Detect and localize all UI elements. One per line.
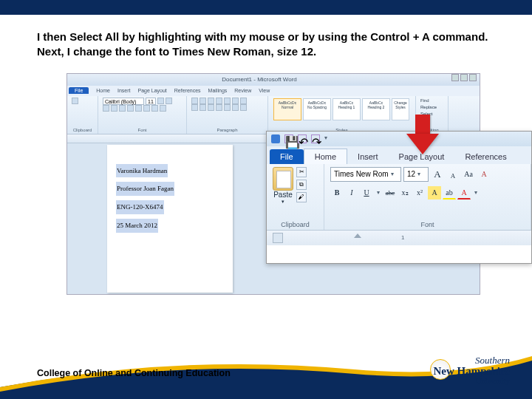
bold-button[interactable]: B xyxy=(330,186,344,200)
font-name-select-bg[interactable]: Calibri (Body) xyxy=(103,98,144,105)
showmarks-icon[interactable] xyxy=(240,98,247,104)
ov-tab-home[interactable]: Home xyxy=(304,149,347,164)
font-size-select[interactable]: 12 ▾ xyxy=(403,167,429,182)
tab-selector-icon[interactable] xyxy=(273,233,283,243)
window-title: Document1 - Microsoft Word xyxy=(222,76,297,83)
logo-line1: Southern xyxy=(434,355,510,366)
maximize-button[interactable] xyxy=(460,74,468,81)
font-color-button[interactable]: A xyxy=(457,186,471,200)
screenshot-composite: Document1 - Microsoft Word File Home Ins… xyxy=(66,73,480,295)
change-case-button[interactable]: Aa xyxy=(462,168,475,181)
doc-line-2: Professor Joan Fagan xyxy=(116,182,174,196)
strike-icon[interactable] xyxy=(127,105,134,112)
sort-icon[interactable] xyxy=(232,98,239,104)
dedent-icon[interactable] xyxy=(216,98,222,104)
align-right-icon[interactable] xyxy=(208,104,214,111)
ribbon-tabs-overlay: File Home Insert Page Layout References xyxy=(267,146,531,164)
tab-mailings[interactable]: Mailings xyxy=(208,88,228,93)
highlight-icon[interactable] xyxy=(151,105,158,112)
slide-content: I then Select All by highlighting with m… xyxy=(0,15,532,295)
tab-review[interactable]: Review xyxy=(234,88,251,93)
ruler-mark-1: 1 xyxy=(401,234,404,241)
italic-icon[interactable] xyxy=(111,105,117,112)
quick-access-toolbar: 💾 ↶ ↷ ▾ xyxy=(267,132,531,146)
ribbon-tabs-bg: File Home Insert Page Layout References … xyxy=(67,86,480,96)
style-normal[interactable]: AaBbCcDcNormal xyxy=(273,98,301,120)
bullets-icon[interactable] xyxy=(191,98,198,104)
undo-icon[interactable]: ↶ xyxy=(298,134,307,143)
qat-dropdown-icon[interactable]: ▾ xyxy=(324,134,333,143)
shrink-font-icon[interactable] xyxy=(166,98,172,104)
group-label-paragraph: Paragraph xyxy=(191,128,263,132)
underline-dropdown-icon[interactable]: ▾ xyxy=(375,189,382,196)
university-logo: Southern New Hampshire University xyxy=(434,355,510,386)
group-label-clipboard: Clipboard xyxy=(72,128,93,132)
indent-marker-icon[interactable] xyxy=(354,233,361,238)
borders-icon[interactable] xyxy=(240,104,247,111)
font-size-select-bg[interactable]: 11 xyxy=(146,98,156,105)
tab-home[interactable]: Home xyxy=(96,88,110,93)
sup-icon[interactable] xyxy=(143,105,150,112)
instruction-text: I then Select All by highlighting with m… xyxy=(37,30,495,60)
minimize-button[interactable] xyxy=(451,74,459,81)
indent-icon[interactable] xyxy=(224,98,231,104)
tab-file[interactable]: File xyxy=(69,87,89,94)
style-heading2[interactable]: AaBbCcHeading 2 xyxy=(362,98,390,120)
tab-view[interactable]: View xyxy=(259,88,270,93)
doc-line-3: ENG-120-X6474 xyxy=(116,200,164,214)
paste-button[interactable]: Paste ▾ xyxy=(273,167,293,219)
paste-icon[interactable] xyxy=(72,98,78,104)
word-app-icon xyxy=(271,134,280,143)
cut-icon[interactable]: ✂ xyxy=(296,167,307,177)
document-page: Varonika Hardman Professor Joan Fagan EN… xyxy=(107,145,233,293)
red-arrow-annotation xyxy=(406,115,439,157)
ov-tab-references[interactable]: References xyxy=(454,149,516,164)
bold-icon[interactable] xyxy=(103,105,109,112)
close-button[interactable] xyxy=(469,74,477,81)
text-effects-button[interactable]: A xyxy=(428,186,441,200)
tab-pagelayout[interactable]: Page Layout xyxy=(137,88,166,93)
style-nospacing[interactable]: AaBbCcDcNo Spacing xyxy=(303,98,331,120)
underline-button[interactable]: U xyxy=(360,186,373,200)
clear-formatting-button[interactable]: A xyxy=(477,168,491,181)
multilevel-icon[interactable] xyxy=(208,98,214,104)
font-name-select[interactable]: Times New Rom ▾ xyxy=(330,167,401,182)
copy-icon[interactable]: ⧉ xyxy=(296,180,307,190)
strikethrough-button[interactable]: abc xyxy=(383,186,397,200)
tab-insert[interactable]: Insert xyxy=(117,88,131,93)
chevron-down-icon: ▾ xyxy=(389,171,396,177)
justify-icon[interactable] xyxy=(216,104,222,111)
grow-font-button[interactable]: A xyxy=(431,168,444,181)
shading-icon[interactable] xyxy=(232,104,239,111)
ov-tab-file[interactable]: File xyxy=(270,149,304,164)
paste-label: Paste xyxy=(273,191,293,199)
align-left-icon[interactable] xyxy=(191,104,198,111)
fontcolor-dropdown-icon[interactable]: ▾ xyxy=(472,189,480,196)
highlight-button[interactable]: ab xyxy=(443,186,456,200)
redo-icon[interactable]: ↷ xyxy=(311,134,320,143)
ov-tab-insert[interactable]: Insert xyxy=(347,149,389,164)
linespacing-icon[interactable] xyxy=(224,104,231,111)
ribbon-zoom-overlay: 💾 ↶ ↷ ▾ File Home Insert Page Layout Ref… xyxy=(266,131,532,264)
underline-icon[interactable] xyxy=(119,105,126,112)
numbering-icon[interactable] xyxy=(200,98,206,104)
save-icon[interactable]: 💾 xyxy=(284,134,293,143)
style-heading1[interactable]: AaBbCcHeading 1 xyxy=(332,98,361,120)
ov-group-font: Times New Rom ▾ 12 ▾ A A Aa A xyxy=(324,164,531,230)
align-center-icon[interactable] xyxy=(200,104,206,111)
fontcolor-icon[interactable] xyxy=(160,105,166,112)
grow-font-icon[interactable] xyxy=(157,98,164,104)
ov-group-label-font: Font xyxy=(330,219,525,228)
replace-button[interactable]: Replace xyxy=(420,104,443,111)
find-button[interactable]: Find xyxy=(420,98,443,104)
tab-references[interactable]: References xyxy=(174,88,201,93)
shrink-font-button[interactable]: A xyxy=(446,169,460,183)
subscript-button[interactable]: x₂ xyxy=(398,186,412,200)
sub-icon[interactable] xyxy=(135,105,142,112)
paste-dropdown-icon[interactable]: ▾ xyxy=(282,199,284,205)
doc-line-1: Varonika Hardman xyxy=(116,164,168,178)
superscript-button[interactable]: x² xyxy=(413,186,426,200)
italic-button[interactable]: I xyxy=(345,186,358,200)
format-painter-icon[interactable]: 🖌 xyxy=(296,192,307,202)
ribbon-overlay: Paste ▾ ✂ ⧉ 🖌 Clipboard xyxy=(267,164,531,231)
